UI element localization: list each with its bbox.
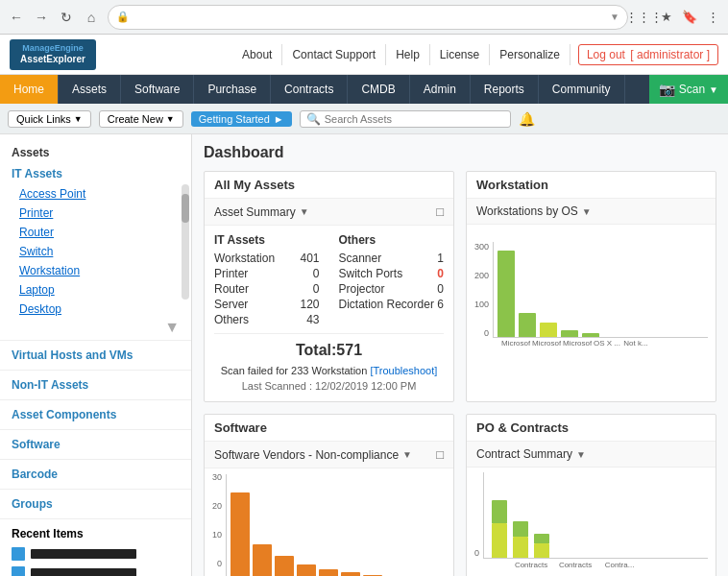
switch-ports-label: Switch Ports [339,267,403,280]
ws-y-0: 0 [474,328,489,338]
maximize-icon[interactable]: □ [436,204,444,219]
about-link[interactable]: About [232,44,282,65]
create-new-button[interactable]: Create New ▼ [99,110,183,128]
sidebar-virtual-hosts[interactable]: Virtual Hosts and VMs [0,345,191,366]
router-value: 0 [313,282,320,296]
po-y-axis: 0 [474,471,483,558]
po-x-label-3: Contra... [600,561,639,569]
dropdown-icon[interactable]: ▼ [610,12,619,22]
server-value: 120 [300,298,319,311]
back-button[interactable]: ← [6,7,27,28]
search-bar[interactable]: 🔍 [300,110,511,128]
nav-admin[interactable]: Admin [410,75,471,104]
sidebar-access-point[interactable]: Access Point [0,184,191,204]
sidebar-desktop[interactable]: Desktop [0,300,191,319]
help-link[interactable]: Help [386,44,430,65]
nav-software[interactable]: Software [121,75,194,104]
sidebar-router[interactable]: Router [0,223,191,242]
sidebar-non-it-assets[interactable]: Non-IT Assets [0,374,191,396]
bell-icon[interactable]: 🔔 [519,111,535,127]
router-label: Router [214,282,249,296]
search-input[interactable] [325,113,504,125]
page-title: Dashboard [204,144,716,161]
ws-label-5: Not k... [622,340,649,349]
nav-home[interactable]: Home [0,75,59,104]
ws-bar-3-bar [540,323,557,337]
nav-community[interactable]: Community [539,75,625,104]
quick-links-button[interactable]: Quick Links ▼ [8,110,91,128]
sidebar-laptop[interactable]: Laptop [0,280,191,300]
ws-bar-2-bar [519,313,536,337]
sidebar-software[interactable]: Software [0,434,191,455]
scanner-value: 1 [437,252,444,265]
browser-chrome: ← → ↻ ⌂ 🔒 8080/Asset ▼ ⋮⋮⋮ ★ 🔖 ⋮ [0,0,728,35]
sidebar: Assets IT Assets Access Point Printer Ro… [0,134,192,576]
ws-bar-2 [519,313,536,337]
divider-4 [0,429,191,430]
ws-label-2: Microsoft Windows 10 Pro [532,340,561,349]
license-link[interactable]: License [430,44,490,65]
po-x-labels: Contracts Contracts Contra... [483,561,708,569]
ws-label-1: Microsoft Windows 8.1 Pro [501,340,530,349]
menu-button[interactable]: ⋮ [703,8,722,27]
po-bar-2b [513,537,528,558]
ws-bar-1-bar [497,251,515,337]
nav-reports[interactable]: Reports [471,75,539,104]
forward-button[interactable]: → [31,7,52,28]
asset-row-router: Router 0 [214,281,320,297]
divider-5 [0,459,191,460]
sidebar-asset-components[interactable]: Asset Components [0,404,191,425]
ws-label-4: OS X ... [594,340,620,349]
sidebar-printer[interactable]: Printer [0,204,191,223]
sidebar-barcode[interactable]: Barcode [0,464,191,485]
sw-maximize-icon[interactable]: □ [436,447,444,462]
sidebar-groups[interactable]: Groups [0,493,191,515]
po-bar-2a [513,521,528,537]
po-x-label-2: Contracts [556,561,595,569]
address-bar[interactable]: 🔒 8080/Asset ▼ [108,5,628,30]
last-scanned: Last Scanned : 12/02/2019 12:00 PM [214,378,444,394]
sw-chart-chevron[interactable]: ▼ [402,449,412,460]
ws-chart-chevron[interactable]: ▼ [582,206,592,217]
app-container: ManageEngine AssetExplorer About Contact… [0,35,728,576]
getting-started-button[interactable]: Getting Started ► [191,111,292,127]
toolbar: Quick Links ▼ Create New ▼ Getting Start… [0,104,728,134]
po-group-1 [492,500,507,558]
scan-button[interactable]: 📷 Scan ▼ [649,75,728,104]
asset-summary-body: IT Assets Workstation 401 Printer 0 [205,226,453,401]
contact-support-link[interactable]: Contact Support [282,44,386,65]
nav-assets[interactable]: Assets [59,75,121,104]
quick-links-label: Quick Links [16,113,71,125]
asset-summary-chevron[interactable]: ▼ [300,206,309,217]
bookmark2-button[interactable]: 🔖 [680,8,699,27]
troubleshoot-link[interactable]: [Troubleshoot] [370,365,437,376]
nav-purchase[interactable]: Purchase [194,75,271,104]
nav-cmdb[interactable]: CMDB [348,75,409,104]
recent-item-1[interactable] [0,544,191,564]
refresh-button[interactable]: ↻ [56,7,77,28]
recent-item-2[interactable] [0,564,191,576]
bookmark-button[interactable]: ★ [657,8,676,27]
scanner-label: Scanner [339,252,382,265]
nav-contracts[interactable]: Contracts [271,75,348,104]
sidebar-switch[interactable]: Switch [0,242,191,261]
search-icon-leaf: 🔍 [306,112,321,126]
sidebar-workstation[interactable]: Workstation [0,261,191,280]
personalize-link[interactable]: Personalize [490,44,570,65]
workstation-card-title: Workstation [467,172,716,199]
server-label: Server [214,298,248,311]
sidebar-it-assets[interactable]: IT Assets [0,163,191,184]
sidebar-scrollbar-thumb[interactable] [182,194,189,223]
total-line: Total:571 [214,333,444,363]
asset-summary-header: Asset Summary ▼ □ [205,199,453,226]
asset-row-dictation: Dictation Recorder 6 [339,297,445,312]
scan-label: Scan [679,83,705,96]
po-chart-chevron[interactable]: ▼ [576,449,586,460]
dictation-value: 6 [437,298,444,311]
url-input[interactable]: 8080/Asset [133,11,606,24]
sw-bar-6 [341,572,360,576]
logout-button[interactable]: Log out [ administrator ] [578,44,718,65]
home-button[interactable]: ⌂ [81,7,102,28]
workstation-value: 401 [300,252,319,265]
extensions-button[interactable]: ⋮⋮⋮ [634,8,653,27]
